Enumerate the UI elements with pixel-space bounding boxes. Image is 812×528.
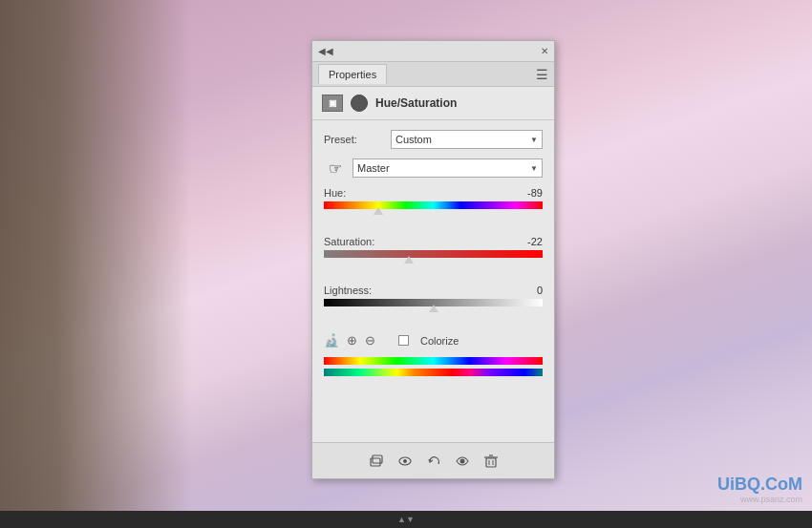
clip-to-layer-icon[interactable]	[369, 454, 384, 469]
channel-row: ☞ Master ▼	[324, 157, 543, 180]
hue-track	[324, 201, 543, 215]
pin-icon[interactable]: ◀◀	[318, 46, 333, 56]
saturation-track	[324, 250, 543, 264]
hand-tool-icon[interactable]: ☞	[324, 157, 347, 180]
panel-content: Preset: Custom ▼ ☞ Master ▼ Hue: -89	[312, 120, 554, 442]
panel-header: ▣ Hue/Saturation	[312, 87, 554, 120]
hue-section: Hue: -89	[324, 187, 543, 230]
svg-rect-5	[486, 458, 496, 467]
hue-label: Hue:	[324, 187, 346, 199]
colorize-row: 🔬 ⊕ ⊖ Colorize	[324, 333, 543, 348]
lightness-track	[324, 299, 543, 312]
preset-label: Preset:	[324, 134, 391, 145]
saturation-label: Saturation:	[324, 236, 374, 247]
adjustment-layer-icon: ▣	[322, 95, 343, 112]
lightness-section: Lightness: 0	[324, 285, 543, 327]
preset-value: Custom	[395, 134, 432, 145]
eyedropper-minus-icon[interactable]: ⊖	[365, 333, 375, 348]
watermark-url: www.psanz.com	[740, 495, 802, 504]
properties-panel: ◀◀ ✕ Properties ☰ ▣ Hue/Saturation Prese…	[311, 40, 555, 479]
lightness-thumb[interactable]	[429, 305, 438, 312]
saturation-header: Saturation: -22	[324, 236, 543, 247]
bottom-bar-arrows: ▲▼	[397, 515, 415, 524]
lightness-header: Lightness: 0	[324, 285, 543, 296]
properties-tab[interactable]: Properties	[318, 64, 387, 84]
panel-title: Hue/Saturation	[375, 96, 457, 110]
channel-dropdown-arrow: ▼	[530, 164, 538, 173]
hue-value: -89	[514, 187, 543, 199]
watermark: UiBQ.CoM www.psanz.com	[717, 475, 802, 504]
delete-icon[interactable]	[483, 454, 499, 469]
eye-icon[interactable]	[455, 454, 470, 469]
colorize-label: Colorize	[420, 335, 459, 347]
svg-point-3	[403, 459, 407, 463]
color-bars	[324, 357, 543, 376]
channel-dropdown[interactable]: Master ▼	[353, 158, 543, 178]
close-icon[interactable]: ✕	[541, 46, 548, 56]
tab-label: Properties	[329, 69, 376, 80]
preset-row: Preset: Custom ▼	[324, 130, 543, 149]
channel-value: Master	[357, 162, 390, 174]
hue-gradient	[324, 201, 543, 209]
hue-header: Hue: -89	[324, 187, 543, 199]
eyedropper-icon[interactable]: 🔬	[324, 333, 339, 348]
panel-footer	[312, 442, 554, 478]
svg-point-4	[459, 458, 464, 463]
left-tower	[0, 0, 191, 528]
saturation-section: Saturation: -22	[324, 236, 543, 279]
colorize-checkbox[interactable]	[398, 335, 409, 346]
preset-dropdown[interactable]: Custom ▼	[391, 130, 543, 149]
saturation-gradient	[324, 250, 543, 258]
lightness-value: 0	[514, 285, 543, 296]
source-color-bar	[324, 357, 543, 365]
lightness-label: Lightness:	[324, 285, 372, 296]
watermark-logo: UiBQ.CoM	[717, 475, 802, 495]
saturation-value: -22	[514, 236, 543, 247]
eyedropper-plus-icon[interactable]: ⊕	[347, 333, 357, 348]
undo-icon[interactable]	[426, 454, 441, 469]
saturation-thumb[interactable]	[404, 256, 414, 264]
title-bar: ◀◀ ✕	[312, 41, 554, 62]
hue-sat-icon	[351, 95, 368, 112]
visibility-icon[interactable]	[397, 454, 413, 469]
bottom-bar: ▲▼	[0, 511, 812, 528]
hue-thumb[interactable]	[374, 207, 383, 215]
preset-dropdown-arrow: ▼	[530, 136, 538, 144]
result-color-bar	[324, 369, 543, 376]
tab-bar: Properties ☰	[312, 62, 554, 87]
panel-menu-icon[interactable]: ☰	[536, 67, 548, 82]
